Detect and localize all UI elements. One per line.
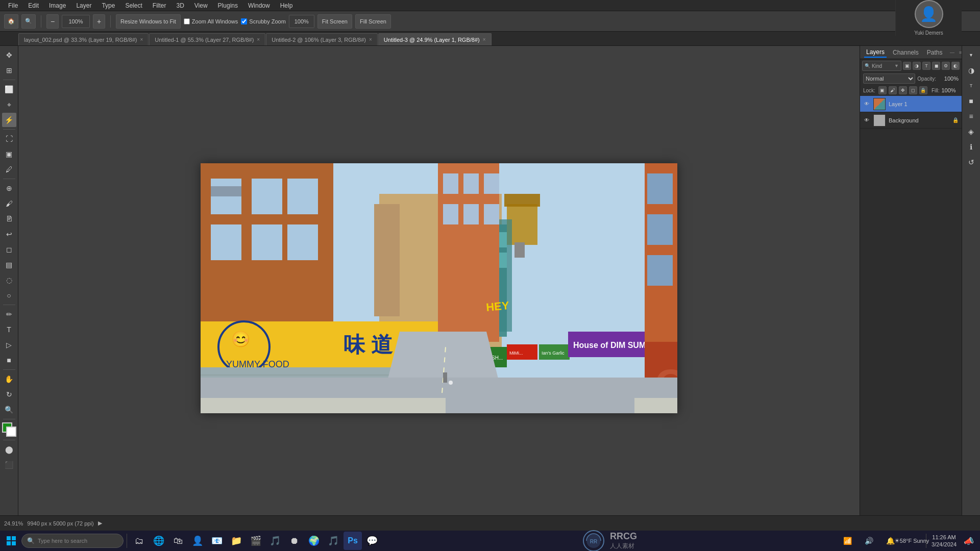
- history-brush-tool[interactable]: ↩: [2, 227, 16, 241]
- time-date-display[interactable]: 11:26 AM 3/24/2024: [932, 534, 957, 548]
- lock-artboard-btn[interactable]: ◻: [909, 86, 917, 94]
- taskbar-store-btn[interactable]: 🛍: [169, 532, 187, 550]
- menu-file[interactable]: File: [4, 1, 22, 10]
- eyedropper-tool[interactable]: 🖊: [2, 162, 16, 177]
- zoom-in-button[interactable]: +: [93, 14, 105, 29]
- blend-mode-select[interactable]: Normal: [863, 73, 915, 84]
- menu-image[interactable]: Image: [45, 1, 70, 10]
- menu-select[interactable]: Select: [121, 1, 146, 10]
- gradient-tool[interactable]: ▤: [2, 258, 16, 272]
- stamp-tool[interactable]: 🖹: [2, 212, 16, 226]
- fit-screen-button[interactable]: Fit Screen: [317, 14, 352, 29]
- filter-smart-btn[interactable]: ⚙: [942, 62, 950, 70]
- background-color[interactable]: [6, 427, 16, 437]
- shape-tool[interactable]: ■: [2, 353, 16, 367]
- taskbar-chrome-btn[interactable]: 🌍: [305, 532, 323, 550]
- arrow-status[interactable]: ▶: [98, 520, 102, 527]
- tab-3[interactable]: Untitled-3 @ 24.9% (Layer 1, RGB/8#) ×: [378, 33, 492, 45]
- type-tool[interactable]: T: [2, 322, 16, 337]
- taskbar-edge-btn[interactable]: 🌐: [150, 532, 168, 550]
- taskbar-mail-btn[interactable]: 📧: [208, 532, 226, 550]
- path-tool[interactable]: ▷: [2, 338, 16, 352]
- channels-tab[interactable]: Channels: [891, 48, 921, 57]
- zoom-out-button[interactable]: −: [46, 14, 59, 29]
- taskbar-search[interactable]: 🔍 Type here to search: [21, 534, 124, 548]
- resize-windows-button[interactable]: Resize Windows to Fit: [116, 14, 181, 29]
- tray-wifi-btn[interactable]: 🔊: [860, 532, 878, 550]
- layer-item-1[interactable]: 👁 Background 🔒: [860, 112, 962, 129]
- taskbar-search-placeholder[interactable]: Type here to search: [38, 538, 87, 544]
- frame-tool[interactable]: ▣: [2, 147, 16, 161]
- windows-start-btn[interactable]: [2, 532, 20, 550]
- menu-3d[interactable]: 3D: [172, 1, 188, 10]
- scrubby-zoom-checkbox[interactable]: [241, 18, 247, 24]
- right-shape-btn[interactable]: ■: [964, 94, 978, 108]
- tab-1[interactable]: Untitled-1 @ 55.3% (Layer 27, RGB/8#) ×: [149, 33, 265, 45]
- home-button[interactable]: 🏠: [4, 14, 18, 29]
- menu-filter[interactable]: Filter: [149, 1, 170, 10]
- taskbar-record-btn[interactable]: ⏺: [285, 532, 304, 550]
- menu-plugins[interactable]: Plugins: [214, 1, 242, 10]
- canvas-area[interactable]: 味 道 真 好 😊 YUMMY FOOD: [18, 46, 860, 531]
- tab-1-close[interactable]: ×: [257, 37, 260, 42]
- taskbar-ps-user-btn[interactable]: 👤: [188, 532, 207, 550]
- lock-pixels-btn[interactable]: 🖌: [889, 86, 897, 94]
- right-history-btn[interactable]: ↺: [964, 155, 978, 169]
- taskbar-discord-btn[interactable]: 💬: [363, 532, 381, 550]
- quick-select-tool[interactable]: ⚡: [2, 113, 16, 127]
- menu-layer[interactable]: Layer: [72, 1, 95, 10]
- filter-pixel-btn[interactable]: ▣: [903, 62, 911, 70]
- tab-0-close[interactable]: ×: [140, 37, 143, 42]
- layer-eye-0[interactable]: 👁: [863, 101, 870, 108]
- search-button[interactable]: 🔍: [21, 14, 36, 29]
- tab-2[interactable]: Untitled-2 @ 106% (Layer 3, RGB/8#) ×: [266, 33, 378, 45]
- menu-edit[interactable]: Edit: [24, 1, 43, 10]
- right-adjust-btn[interactable]: ◑: [964, 63, 978, 78]
- layer-item-0[interactable]: 👁 Layer 1: [860, 96, 962, 112]
- panel-minimize-icon[interactable]: —: [948, 49, 955, 56]
- blur-tool[interactable]: ◌: [2, 273, 16, 287]
- rotate-tool[interactable]: ↻: [2, 387, 16, 402]
- lasso-tool[interactable]: ⌖: [2, 97, 16, 112]
- paths-tab[interactable]: Paths: [925, 48, 945, 57]
- right-type-btn[interactable]: T: [964, 79, 978, 93]
- menu-help[interactable]: Help: [276, 1, 297, 10]
- taskbar-cinema-btn[interactable]: 🎬: [247, 532, 265, 550]
- zoom-tool[interactable]: 🔍: [2, 403, 16, 417]
- lock-all-btn[interactable]: 🔒: [919, 86, 927, 94]
- layer-eye-1[interactable]: 👁: [863, 117, 870, 124]
- fill-screen-button[interactable]: Fill Screen: [355, 14, 391, 29]
- taskbar-folder-btn[interactable]: 📁: [227, 532, 246, 550]
- crop-tool[interactable]: ⛶: [2, 132, 16, 146]
- weather-btn[interactable]: ☀ 58°F Sunny: [902, 532, 921, 550]
- menu-view[interactable]: View: [190, 1, 212, 10]
- taskbar-spotify-btn[interactable]: 🎵: [324, 532, 342, 550]
- hand-tool[interactable]: ✋: [2, 372, 16, 386]
- screen-mode-tool[interactable]: ⬛: [2, 458, 16, 472]
- lock-transparency-btn[interactable]: ▣: [878, 86, 887, 94]
- lock-position-btn[interactable]: ✥: [899, 86, 907, 94]
- layers-tab[interactable]: Layers: [864, 47, 887, 58]
- taskbar-audio-btn[interactable]: 🎵: [266, 532, 284, 550]
- brush-tool[interactable]: 🖌: [2, 196, 16, 211]
- artboard-tool[interactable]: ⊞: [2, 63, 16, 78]
- menu-type[interactable]: Type: [97, 1, 119, 10]
- eraser-tool[interactable]: ◻: [2, 242, 16, 257]
- filter-shape-btn[interactable]: ◼: [932, 62, 940, 70]
- move-tool[interactable]: ✥: [2, 48, 16, 62]
- right-properties-btn[interactable]: ▼: [964, 48, 978, 62]
- filter-dropdown-icon[interactable]: ▼: [894, 63, 899, 68]
- filter-adjust-btn[interactable]: ◑: [913, 62, 921, 70]
- zoom-all-windows-checkbox[interactable]: [184, 18, 190, 24]
- menu-window[interactable]: Window: [244, 1, 274, 10]
- tray-network-btn[interactable]: 📶: [838, 532, 856, 550]
- filter-type-btn[interactable]: T: [922, 62, 930, 70]
- pen-tool[interactable]: ✏: [2, 307, 16, 321]
- zoom-all-windows-label[interactable]: Zoom All Windows: [184, 18, 238, 24]
- tab-2-close[interactable]: ×: [369, 37, 372, 42]
- notification-btn[interactable]: 📣: [960, 532, 978, 550]
- right-layers-btn[interactable]: ≡: [964, 109, 978, 123]
- taskbar-ps-btn[interactable]: Ps: [344, 532, 362, 550]
- right-channels-btn[interactable]: ◈: [964, 124, 978, 139]
- spot-heal-tool[interactable]: ⊕: [2, 181, 16, 195]
